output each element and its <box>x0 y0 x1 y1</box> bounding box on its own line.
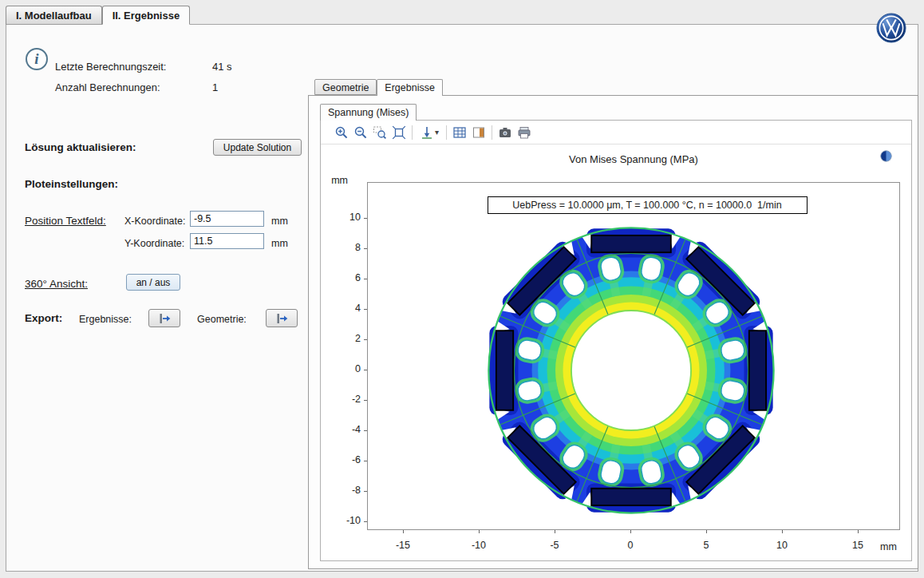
y-tick-mark <box>364 339 367 340</box>
tab-spannung-mises[interactable]: Spannung (Mises) <box>320 104 417 121</box>
camera-icon <box>498 125 512 140</box>
y-tick-label: 10 <box>334 212 361 223</box>
y-tick-label: 6 <box>334 272 361 283</box>
y-tick-mark <box>364 248 367 249</box>
tab-geometrie[interactable]: Geometrie <box>314 79 377 95</box>
axis-view-icon <box>420 125 434 140</box>
axes-area[interactable]: UebPress = 10.0000 μm, T = 100.000 °C, n… <box>367 182 900 530</box>
zoom-out-button[interactable] <box>351 123 370 142</box>
update-solution-button[interactable]: Update Solution <box>213 139 302 156</box>
zoom-in-button[interactable] <box>332 123 351 142</box>
x-tick-label: -10 <box>459 540 499 551</box>
x-tick-mark <box>479 530 480 533</box>
x-tick-mark <box>858 530 859 533</box>
snapshot-button[interactable] <box>496 123 515 142</box>
x-tick-mark <box>630 530 631 533</box>
textfield-position-label: Position Textfeld: <box>25 215 106 227</box>
main-panel: i Letzte Berechnungszeit: 41 s Anzahl Be… <box>6 24 918 572</box>
toolbar-separator <box>492 125 492 140</box>
grid-button[interactable] <box>450 123 469 142</box>
x-coordinate-label: X-Koordinate: <box>124 216 185 227</box>
main-tab-bar: I. Modellaufbau II. Ergebnisse <box>6 6 190 25</box>
y-tick-label: -10 <box>334 515 361 526</box>
calc-time-value: 41 s <box>212 61 232 73</box>
y-axis-unit-label: mm <box>327 175 348 186</box>
zoom-out-icon <box>353 125 368 140</box>
plot-tab-bar: Spannung (Mises) <box>320 104 417 121</box>
color-legend-icon <box>472 125 486 140</box>
toolbar-separator <box>446 125 447 140</box>
info-icon: i <box>26 48 48 70</box>
calc-count-value: 1 <box>212 81 218 93</box>
y-tick-mark <box>364 370 367 370</box>
x-axis-unit-label: mm <box>880 541 897 552</box>
export-icon <box>275 312 288 325</box>
export-results-label: Ergebnisse: <box>79 314 132 325</box>
y-tick-label: 0 <box>334 363 361 374</box>
toolbar-separator <box>412 125 413 140</box>
x-tick-label: -5 <box>535 540 575 551</box>
y-tick-mark <box>364 309 367 310</box>
y-tick-label: -6 <box>334 454 361 465</box>
export-label: Export: <box>25 312 62 324</box>
plot-title: Von Mises Spannung (MPa) <box>367 153 900 165</box>
tab-modellaufbau[interactable]: I. Modellaufbau <box>6 6 102 25</box>
y-coordinate-input[interactable] <box>190 233 264 249</box>
go-to-default-view-button[interactable]: ▾ <box>416 123 443 142</box>
x-tick-label: 10 <box>762 540 802 551</box>
graphics-area: ▾ Von Mises Spannung (MPa) mm mm <box>320 120 912 561</box>
color-legend-button[interactable] <box>469 123 488 142</box>
tab-ergebnisse-main[interactable]: II. Ergebnisse <box>102 6 191 25</box>
x-tick-mark <box>403 530 404 533</box>
y-tick-label: -8 <box>334 485 361 496</box>
plot-annotation: UebPress = 10.0000 μm, T = 100.000 °C, n… <box>488 196 808 214</box>
zoom-box-icon <box>373 125 387 140</box>
export-icon <box>158 312 171 325</box>
vw-logo-icon <box>876 13 906 43</box>
export-results-button[interactable] <box>148 309 180 327</box>
y-tick-mark <box>364 400 367 401</box>
update-solution-label: Lösung aktualisieren: <box>25 141 136 153</box>
view-360-label: 360° Ansicht: <box>25 278 88 290</box>
y-tick-label: 2 <box>334 333 361 344</box>
tab-ergebnisse[interactable]: Ergebnisse <box>377 79 443 96</box>
view-360-toggle-button[interactable]: an / aus <box>126 274 180 291</box>
y-tick-mark <box>364 430 367 431</box>
y-tick-label: 8 <box>334 242 361 253</box>
export-geometry-label: Geometrie: <box>197 314 247 325</box>
x-coordinate-input[interactable] <box>190 211 264 227</box>
x-tick-mark <box>555 530 555 533</box>
printer-icon <box>517 125 531 140</box>
zoom-box-button[interactable] <box>370 123 389 142</box>
x-tick-mark <box>706 530 707 533</box>
y-tick-mark <box>364 218 367 219</box>
y-coordinate-label: Y-Koordinate: <box>124 238 184 249</box>
x-tick-label: 0 <box>610 540 650 551</box>
zoom-extents-button[interactable] <box>389 123 409 142</box>
print-button[interactable] <box>515 123 534 142</box>
plot-toolbar: ▾ <box>321 121 911 144</box>
x-tick-mark <box>782 530 783 533</box>
y-tick-label: -2 <box>334 394 361 405</box>
x-unit-label: mm <box>271 216 288 227</box>
app-window: { "main_tabs": [ {"label": "I. Modellauf… <box>0 0 924 578</box>
y-tick-mark <box>364 279 367 279</box>
x-tick-label: 15 <box>838 540 878 551</box>
results-tab-bar: Geometrie Ergebnisse <box>314 79 443 96</box>
export-geometry-button[interactable] <box>266 309 298 327</box>
x-tick-label: -15 <box>383 540 423 551</box>
y-tick-label: -4 <box>334 424 361 435</box>
results-panel: Spannung (Mises) ▾ Von Mises Sp <box>308 95 918 569</box>
plot-settings-heading: Ploteinstellungen: <box>25 178 118 190</box>
y-tick-mark <box>364 521 367 522</box>
y-unit-label: mm <box>271 238 288 249</box>
grid-icon <box>452 125 467 140</box>
x-tick-label: 5 <box>686 540 726 551</box>
zoom-extents-icon <box>392 125 406 140</box>
y-tick-mark <box>364 491 367 492</box>
chevron-down-icon: ▾ <box>435 128 439 137</box>
calc-time-label: Letzte Berechnungszeit: <box>55 61 166 73</box>
y-tick-label: 4 <box>334 303 361 314</box>
rotor-stress-plot <box>368 183 901 531</box>
y-tick-mark <box>364 461 367 461</box>
